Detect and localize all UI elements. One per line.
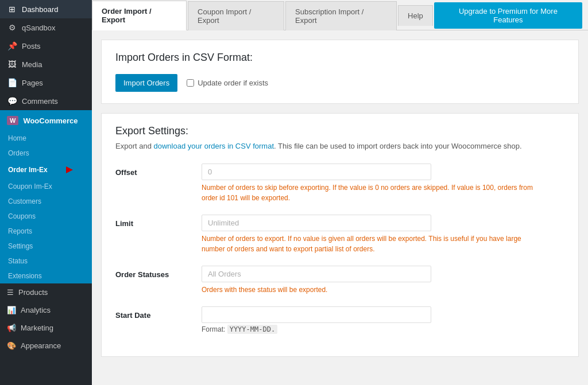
import-title: Import Orders in CSV Format: (115, 52, 564, 64)
sidebar-item-label: Comments (22, 97, 58, 106)
sidebar-item-label: Pages (22, 79, 43, 87)
sidebar-sub-order-im-ex[interactable]: Order Im-Ex (0, 161, 92, 179)
sidebar-item-pages[interactable]: 📄 Pages (0, 73, 92, 92)
sidebar-item-qsandbox[interactable]: ⚙ qSandbox (0, 18, 92, 37)
import-row: Import Orders Update order if exists (115, 74, 564, 92)
woocommerce-label: WooCommerce (23, 116, 78, 125)
tabs-bar: Order Import / Export Coupon Import / Ex… (92, 0, 588, 30)
sidebar-sub-coupons[interactable]: Coupons (0, 209, 92, 224)
sidebar-item-products[interactable]: ☰ Products (0, 283, 92, 301)
sidebar-sub-customers[interactable]: Customers (0, 194, 92, 209)
sidebar-sub-orders[interactable]: Orders (0, 146, 92, 161)
sidebar-sub-reports[interactable]: Reports (0, 224, 92, 239)
appearance-icon: 🎨 (7, 341, 16, 350)
sidebar-item-media[interactable]: 🖼 Media (0, 55, 92, 73)
offset-field: Number of orders to skip before exportin… (202, 164, 564, 203)
limit-help: Number of orders to export. If no value … (202, 234, 546, 254)
form-row-order-statuses: Order Statuses Orders with these status … (115, 266, 564, 295)
pages-icon: 📄 (7, 78, 17, 87)
sidebar-sub-settings[interactable]: Settings (0, 239, 92, 254)
start-date-format: Format: YYYY-MM-DD. (202, 325, 564, 333)
pin-icon: 📌 (7, 41, 17, 50)
sidebar-item-label: Analytics (21, 306, 51, 314)
sidebar-item-label: Dashboard (22, 5, 59, 14)
limit-input[interactable] (202, 215, 431, 231)
limit-label: Limit (115, 215, 190, 228)
arrow-pointer-icon (50, 164, 73, 176)
sidebar-top: ⊞ Dashboard ⚙ qSandbox (0, 0, 92, 37)
offset-help: Number of orders to skip before exportin… (202, 182, 546, 203)
tab-help[interactable]: Help (398, 5, 433, 26)
woocommerce-header[interactable]: W WooCommerce (0, 110, 92, 131)
order-statuses-field: Orders with these status will be exporte… (202, 266, 564, 295)
form-row-start-date: Start Date Format: YYYY-MM-DD. (115, 306, 564, 333)
media-icon: 🖼 (7, 60, 17, 69)
woo-submenu: Home Orders Order Im-Ex Coupon Im-Ex Cus… (0, 131, 92, 283)
import-orders-button[interactable]: Import Orders (115, 74, 177, 92)
order-statuses-input[interactable] (202, 266, 431, 282)
start-date-field: Format: YYYY-MM-DD. (202, 306, 564, 333)
sidebar-item-label: Products (18, 288, 48, 297)
sidebar-sub-status[interactable]: Status (0, 254, 92, 269)
export-desc-link[interactable]: download your orders in CSV format (154, 142, 274, 150)
gear-icon: ⚙ (7, 23, 17, 32)
sidebar-middle: 📌 Posts 🖼 Media 📄 Pages 💬 Comments (0, 37, 92, 110)
sidebar-item-label: Media (22, 60, 42, 69)
woo-icon: W (7, 116, 18, 125)
sidebar-item-dashboard[interactable]: ⊞ Dashboard (0, 0, 92, 18)
form-row-offset: Offset Number of orders to skip before e… (115, 164, 564, 203)
sidebar-item-label: Marketing (21, 324, 53, 332)
start-date-input[interactable] (202, 306, 431, 323)
sidebar-sub-extensions[interactable]: Extensions (0, 269, 92, 283)
sidebar-item-comments[interactable]: 💬 Comments (0, 92, 92, 110)
update-order-label: Update order if exists (198, 79, 268, 87)
update-order-checkbox-label[interactable]: Update order if exists (187, 79, 268, 87)
export-description: Export and download your orders in CSV f… (115, 141, 564, 152)
sidebar-item-marketing[interactable]: 📢 Marketing (0, 319, 92, 337)
upgrade-button[interactable]: Upgrade to Premium for More Features (434, 2, 582, 29)
offset-label: Offset (115, 164, 190, 177)
sidebar-item-label: Appearance (21, 341, 61, 350)
order-statuses-label: Order Statuses (115, 266, 190, 279)
start-date-label: Start Date (115, 306, 190, 320)
export-title: Export Settings: (115, 125, 564, 137)
products-icon: ☰ (7, 288, 14, 297)
woocommerce-section: W WooCommerce Home Orders Order Im-Ex Co… (0, 110, 92, 283)
offset-input[interactable] (202, 164, 431, 180)
sidebar-item-posts[interactable]: 📌 Posts (0, 37, 92, 55)
content-area: Import Orders in CSV Format: Import Orde… (92, 30, 588, 385)
sidebar-sub-home[interactable]: Home (0, 131, 92, 146)
main-area: Order Import / Export Coupon Import / Ex… (92, 0, 588, 385)
sidebar-item-label: qSandbox (22, 24, 56, 32)
sidebar-item-analytics[interactable]: 📊 Analytics (0, 301, 92, 319)
tab-subscription-import-export[interactable]: Subscription Import / Export (285, 1, 397, 30)
sidebar-item-label: Posts (22, 42, 41, 50)
update-order-checkbox[interactable] (187, 79, 194, 87)
sidebar-bottom: ☰ Products 📊 Analytics 📢 Marketing 🎨 App… (0, 283, 92, 355)
sidebar-item-appearance[interactable]: 🎨 Appearance (0, 337, 92, 355)
sidebar: ⊞ Dashboard ⚙ qSandbox 📌 Posts 🖼 Media 📄… (0, 0, 92, 385)
tab-order-import-export[interactable]: Order Import / Export (92, 1, 187, 30)
marketing-icon: 📢 (7, 324, 16, 332)
svg-marker-0 (50, 166, 73, 173)
import-section: Import Orders in CSV Format: Import Orde… (101, 40, 579, 104)
comments-icon: 💬 (7, 96, 17, 106)
sidebar-sub-coupon-im-ex[interactable]: Coupon Im-Ex (0, 179, 92, 194)
date-format-code: YYYY-MM-DD. (227, 325, 277, 334)
dashboard-icon: ⊞ (7, 5, 17, 14)
analytics-icon: 📊 (7, 306, 16, 314)
order-statuses-help: Orders with these status will be exporte… (202, 285, 546, 295)
form-row-limit: Limit Number of orders to export. If no … (115, 215, 564, 254)
limit-field: Number of orders to export. If no value … (202, 215, 564, 254)
export-section: Export Settings: Export and download you… (101, 113, 579, 357)
tab-coupon-import-export[interactable]: Coupon Import / Export (188, 1, 284, 30)
